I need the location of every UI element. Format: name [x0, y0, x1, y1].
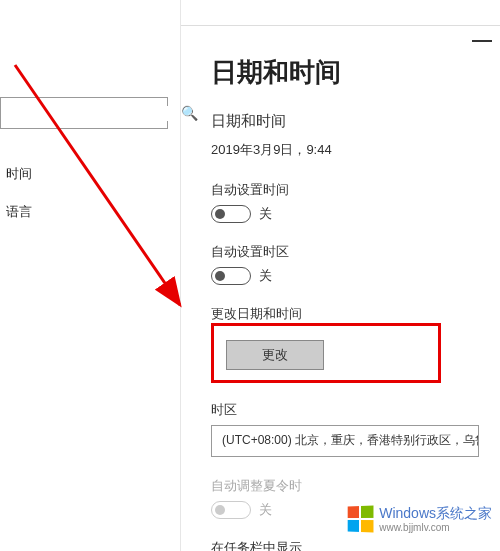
auto-timezone-label: 自动设置时区: [211, 243, 500, 261]
search-box[interactable]: 🔍: [0, 97, 168, 129]
taskbar-label: 在任务栏中显示: [211, 539, 500, 551]
auto-time-state: 关: [259, 205, 272, 223]
watermark-url: www.bjjmlv.com: [379, 523, 492, 533]
dst-toggle: [211, 501, 251, 519]
section-title: 日期和时间: [211, 112, 500, 131]
change-button[interactable]: 更改: [226, 340, 324, 370]
dst-label: 自动调整夏令时: [211, 477, 500, 495]
watermark-brand: Windows系统之家: [379, 505, 492, 521]
auto-time-toggle[interactable]: [211, 205, 251, 223]
sidebar-item-time[interactable]: 时间: [0, 155, 180, 193]
auto-time-label: 自动设置时间: [211, 181, 500, 199]
current-datetime: 2019年3月9日，9:44: [211, 141, 500, 159]
page-title: 日期和时间: [211, 55, 500, 90]
watermark: Windows系统之家 www.bjjmlv.com: [347, 505, 492, 533]
windows-logo-icon: [348, 505, 374, 532]
auto-timezone-toggle[interactable]: [211, 267, 251, 285]
sidebar-item-language[interactable]: 语言: [0, 193, 180, 231]
auto-timezone-state: 关: [259, 267, 272, 285]
search-input[interactable]: [9, 106, 177, 121]
timezone-label: 时区: [211, 401, 500, 419]
settings-sidebar: 🔍 时间 语言: [0, 0, 181, 551]
change-datetime-label: 更改日期和时间: [211, 305, 500, 323]
dst-state: 关: [259, 501, 272, 519]
search-icon: 🔍: [181, 105, 198, 121]
main-content: 日期和时间 日期和时间 2019年3月9日，9:44 自动设置时间 关 自动设置…: [181, 0, 500, 551]
timezone-dropdown[interactable]: (UTC+08:00) 北京，重庆，香港特别行政区，乌鲁木: [211, 425, 479, 457]
highlight-annotation: 更改: [211, 323, 441, 383]
